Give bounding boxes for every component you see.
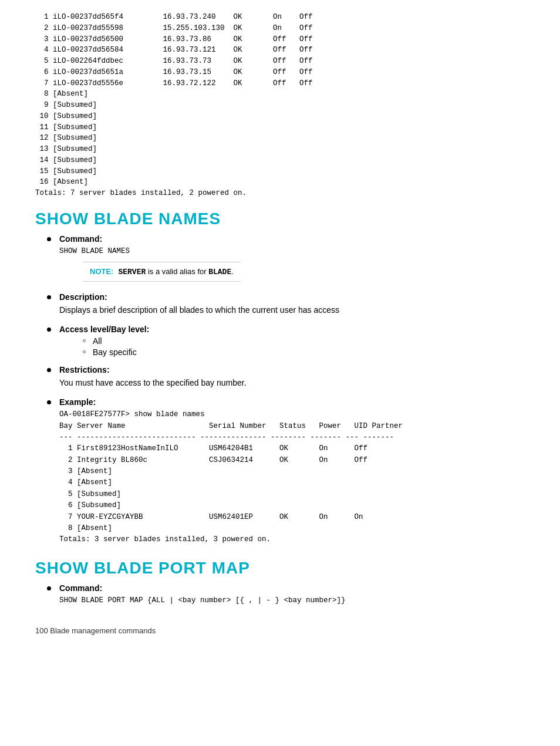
note-box: NOTE: SERVER is a valid alias for BLADE. (83, 262, 241, 282)
port-map-bullet-list: Command: SHOW BLADE PORT MAP {ALL | <bay… (35, 583, 525, 609)
access-bay-text: Bay specific (93, 347, 137, 357)
note-code-server: SERVER (118, 268, 146, 276)
show-blade-names-heading: SHOW BLADE NAMES (35, 210, 525, 228)
example-section: Example: OA-0018FE27577F> show blade nam… (59, 397, 403, 548)
description-bullet: Description: Displays a brief descriptio… (47, 292, 525, 319)
access-item-all: All (83, 336, 149, 346)
footer-text: 100 Blade management commands (35, 626, 156, 635)
access-section: Access level/Bay level: All Bay specific (59, 325, 149, 359)
bullet-dot-access (47, 328, 51, 332)
bullet-dot-port-command (47, 586, 51, 590)
page-footer: 100 Blade management commands (35, 626, 525, 635)
access-label: Access level/Bay level: (59, 325, 149, 334)
sub-dot-bay (83, 350, 86, 353)
example-bullet: Example: OA-0018FE27577F> show blade nam… (47, 397, 525, 548)
example-code: OA-0018FE27577F> show blade names Bay Se… (59, 409, 403, 546)
access-all-text: All (93, 336, 102, 346)
show-blade-port-map-section: SHOW BLADE PORT MAP Command: SHOW BLADE … (35, 559, 525, 609)
bullet-dot-description (47, 295, 51, 299)
port-map-command-label: Command: (59, 583, 102, 593)
sub-dot-all (83, 339, 86, 342)
bullet-dot-command (47, 237, 51, 241)
example-label: Example: (59, 397, 96, 407)
command-bullet: Command: SHOW BLADE NAMES NOTE: SERVER i… (47, 234, 525, 286)
note-label: NOTE: (90, 267, 113, 276)
description-section: Description: Displays a brief descriptio… (59, 292, 339, 319)
access-item-bay: Bay specific (83, 347, 149, 357)
description-label: Description: (59, 292, 107, 302)
port-map-command-section: Command: SHOW BLADE PORT MAP {ALL | <bay… (59, 583, 346, 609)
command-code: SHOW BLADE NAMES (59, 246, 241, 257)
top-code-block: 1 iLO-00237dd565f4 16.93.73.240 OK On Of… (35, 12, 525, 199)
restrictions-label: Restrictions: (59, 365, 110, 374)
access-bullet: Access level/Bay level: All Bay specific (47, 325, 525, 359)
blade-names-bullet-list: Command: SHOW BLADE NAMES NOTE: SERVER i… (35, 234, 525, 548)
access-sub-list: All Bay specific (83, 336, 149, 357)
command-label: Command: (59, 234, 102, 244)
restrictions-text: You must have access to the specified ba… (59, 377, 247, 389)
bullet-dot-example (47, 400, 51, 404)
command-section: Command: SHOW BLADE NAMES NOTE: SERVER i… (59, 234, 241, 286)
description-text: Displays a brief description of all blad… (59, 304, 339, 316)
show-blade-names-section: SHOW BLADE NAMES Command: SHOW BLADE NAM… (35, 210, 525, 548)
restrictions-section: Restrictions: You must have access to th… (59, 365, 247, 391)
note-text: SERVER is a valid alias for BLADE. (118, 267, 233, 276)
restrictions-bullet: Restrictions: You must have access to th… (47, 365, 525, 391)
bullet-dot-restrictions (47, 368, 51, 372)
note-code-blade: BLADE (208, 268, 231, 276)
port-map-command-code: SHOW BLADE PORT MAP {ALL | <bay number> … (59, 595, 346, 606)
show-blade-port-map-heading: SHOW BLADE PORT MAP (35, 559, 525, 578)
port-map-command-bullet: Command: SHOW BLADE PORT MAP {ALL | <bay… (47, 583, 525, 609)
